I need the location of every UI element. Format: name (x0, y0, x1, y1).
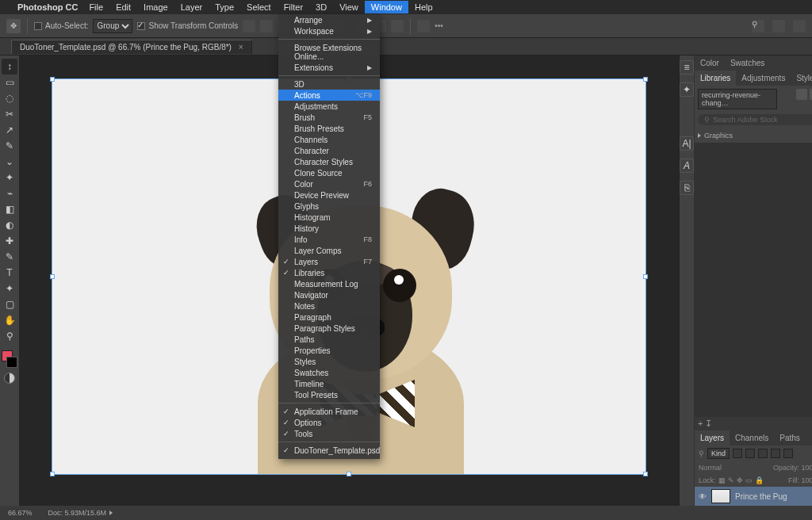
show-transform-checkbox[interactable]: Show Transform Controls (137, 21, 238, 30)
transform-handle[interactable] (643, 77, 648, 82)
menu-view[interactable]: View (333, 1, 365, 13)
share-icon[interactable] (772, 20, 785, 32)
menu-item-character-styles[interactable]: Character Styles (278, 156, 380, 167)
transform-handle[interactable] (50, 77, 55, 82)
menu-item-brush-presets[interactable]: Brush Presets (278, 123, 380, 134)
menu-item-extensions[interactable]: Extensions▶ (278, 62, 380, 73)
menu-item-swatches[interactable]: Swatches (278, 367, 380, 378)
menu-item-color[interactable]: ColorF6 (278, 178, 380, 189)
menu-edit[interactable]: Edit (109, 1, 137, 13)
background-color[interactable] (6, 357, 17, 368)
layer-thumbnail[interactable] (711, 489, 730, 503)
zoom-level[interactable]: 66.67% (8, 509, 33, 517)
menu-layer[interactable]: Layer (174, 1, 209, 13)
blend-mode-dropdown[interactable]: Normal (699, 464, 722, 472)
menu-item-browse-extensions-online-[interactable]: Browse Extensions Online... (278, 42, 380, 62)
filter-adjust-icon[interactable] (745, 449, 755, 458)
menu-item-actions[interactable]: Actions⌥F9 (278, 90, 380, 101)
tab-channels[interactable]: Channels (730, 430, 774, 445)
menu-item-timeline[interactable]: Timeline (278, 378, 380, 389)
menu-item-character[interactable]: Character (278, 145, 380, 156)
history-icon[interactable]: ≡ (680, 60, 694, 75)
transform-handle[interactable] (50, 274, 55, 279)
menu-item-adjustments[interactable]: Adjustments (278, 101, 380, 112)
tool-7[interactable]: ✦ (2, 170, 17, 185)
lock-transparency-icon[interactable]: ▦ (718, 476, 726, 484)
tool-9[interactable]: ◧ (2, 201, 17, 217)
menu-help[interactable]: Help (408, 1, 439, 13)
tool-12[interactable]: ✎ (2, 249, 17, 265)
tool-16[interactable]: ✋ (2, 312, 17, 328)
menu-item-tool-presets[interactable]: Tool Presets (278, 389, 380, 400)
tool-5[interactable]: ✎ (2, 138, 17, 154)
tool-13[interactable]: T (2, 265, 17, 281)
mode-icon[interactable] (417, 20, 430, 32)
tool-0[interactable]: ↕ (2, 59, 17, 75)
menu-3d[interactable]: 3D (309, 1, 333, 13)
workspace-icon[interactable] (793, 20, 806, 32)
search-adobe-stock[interactable]: ⚲ Search Adobe Stock (698, 114, 812, 125)
more-options[interactable]: ••• (435, 21, 443, 30)
tool-11[interactable]: ✚ (2, 233, 17, 249)
opacity-value[interactable]: 100% (802, 464, 812, 472)
tool-6[interactable]: ⌄ (2, 154, 17, 170)
lock-artboard-icon[interactable]: ▭ (745, 476, 753, 484)
add-layer-icon[interactable]: + ↧ (698, 419, 712, 429)
menu-item-options[interactable]: ✓Options (278, 417, 380, 428)
close-icon[interactable]: × (239, 43, 243, 52)
tab-styles[interactable]: Styles (791, 71, 812, 86)
layer-row[interactable]: 👁 Prince the Pug (695, 487, 812, 506)
glyphs-icon[interactable]: ⎘ (680, 181, 694, 195)
filter-pixel-icon[interactable] (733, 449, 742, 458)
search-icon[interactable]: ⚲ (752, 20, 764, 32)
transform-handle[interactable] (643, 472, 648, 476)
tool-3[interactable]: ✂ (2, 106, 17, 122)
menu-filter[interactable]: Filter (278, 1, 309, 13)
color-swatches[interactable] (2, 350, 17, 368)
menu-item-layers[interactable]: ✓LayersF7 (278, 256, 380, 267)
menu-item-layer-comps[interactable]: Layer Comps (278, 245, 380, 256)
document-tab[interactable]: DuoToner_Template.psd @ 66.7% (Prince th… (11, 40, 252, 54)
tool-4[interactable]: ↗ (2, 122, 17, 138)
filter-smart-icon[interactable] (783, 449, 793, 458)
graphics-section[interactable]: Graphics (698, 132, 812, 140)
lock-all-icon[interactable]: 🔒 (755, 476, 764, 484)
menu-item-tools[interactable]: ✓Tools (278, 428, 380, 439)
tool-17[interactable]: ⚲ (2, 328, 17, 344)
filter-shape-icon[interactable] (771, 449, 780, 458)
library-dropdown[interactable]: recurring-revenue-chang… (698, 89, 777, 109)
app-name[interactable]: Photoshop CC (11, 1, 82, 13)
menu-item-properties[interactable]: Properties (278, 345, 380, 356)
filter-kind-dropdown[interactable]: Kind (707, 448, 730, 459)
tab-adjustments[interactable]: Adjustments (736, 71, 791, 86)
tab-color[interactable]: Color (695, 55, 725, 71)
transform-handle[interactable] (50, 472, 55, 476)
menu-item-glyphs[interactable]: Glyphs (278, 201, 380, 212)
menu-item-paragraph-styles[interactable]: Paragraph Styles (278, 323, 380, 334)
tool-2[interactable]: ◌ (2, 90, 17, 106)
doc-size[interactable]: Doc: 5.93M/15.6M (48, 509, 113, 517)
menu-item-3d[interactable]: 3D (278, 78, 380, 90)
tab-swatches[interactable]: Swatches (725, 55, 770, 71)
menu-select[interactable]: Select (240, 1, 278, 13)
menu-file[interactable]: File (82, 1, 109, 13)
menu-item-libraries[interactable]: ✓Libraries (278, 267, 380, 278)
tool-1[interactable]: ▭ (2, 75, 17, 90)
quick-mask-icon[interactable] (4, 373, 15, 384)
visibility-eye-icon[interactable]: 👁 (699, 492, 707, 501)
tool-15[interactable]: ▢ (2, 296, 17, 312)
menu-item-workspace[interactable]: Workspace▶ (278, 25, 380, 36)
auto-select-dropdown[interactable]: Group (93, 19, 132, 33)
menu-item-device-preview[interactable]: Device Preview (278, 189, 380, 201)
menu-item-measurement-log[interactable]: Measurement Log (278, 278, 380, 289)
menu-image[interactable]: Image (137, 1, 174, 13)
tab-libraries[interactable]: Libraries (695, 71, 736, 86)
tab-paths[interactable]: Paths (774, 430, 806, 445)
menu-item-duotoner-template-psd[interactable]: ✓DuoToner_Template.psd (278, 445, 380, 456)
tool-14[interactable]: ✦ (2, 281, 17, 296)
menu-item-application-frame[interactable]: ✓Application Frame (278, 406, 380, 417)
view-list-icon[interactable] (810, 89, 812, 100)
transform-handle[interactable] (643, 274, 648, 279)
menu-type[interactable]: Type (209, 1, 240, 13)
lock-position-icon[interactable]: ✥ (737, 476, 743, 484)
